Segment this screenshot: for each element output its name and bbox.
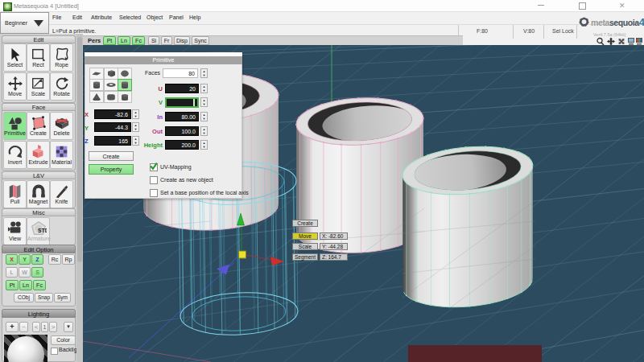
svg-text:STD: STD — [38, 228, 47, 233]
